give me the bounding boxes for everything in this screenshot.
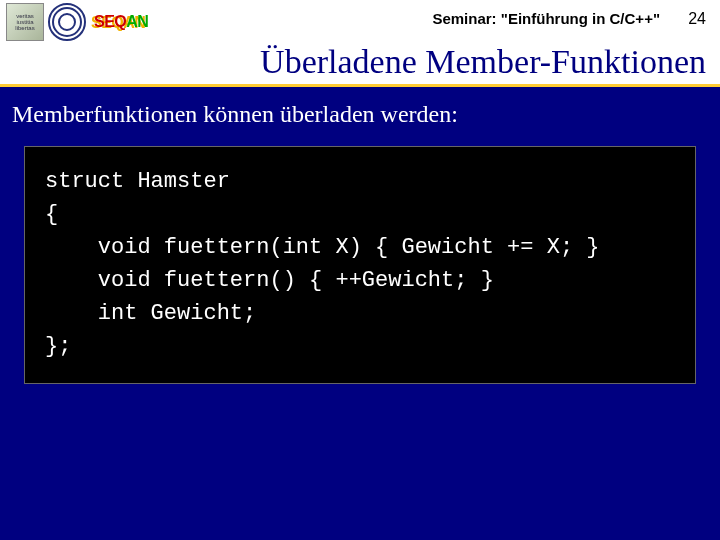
seqan-logo-seq: SEQ bbox=[94, 13, 126, 30]
page-number: 24 bbox=[688, 10, 706, 28]
intro-text: Memberfunktionen können überladen werden… bbox=[0, 87, 720, 138]
code-block: struct Hamster { void fuettern(int X) { … bbox=[24, 146, 696, 384]
seqan-logo-an: AN bbox=[126, 13, 148, 30]
seminar-label: Seminar: "Einführung in C/C++" bbox=[432, 10, 660, 27]
title-bar: Überladene Member-Funktionen bbox=[0, 44, 720, 87]
university-seal-icon: veritas iustitia libertas bbox=[6, 3, 44, 41]
institute-logo-icon bbox=[48, 3, 86, 41]
slide-title: Überladene Member-Funktionen bbox=[0, 44, 706, 80]
seqan-logo-icon: SEQAN SEQAN bbox=[90, 13, 152, 31]
university-motto: veritas iustitia libertas bbox=[7, 13, 43, 31]
logo-cluster: veritas iustitia libertas SEQAN SEQAN bbox=[0, 3, 152, 41]
header-bar: veritas iustitia libertas SEQAN SEQAN Se… bbox=[0, 0, 720, 44]
